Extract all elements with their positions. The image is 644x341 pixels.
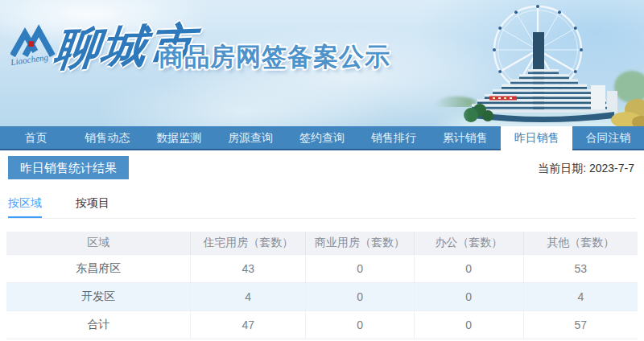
cell-office: 0 bbox=[414, 282, 523, 310]
cell-region: 合计 bbox=[6, 310, 191, 339]
nav-item-data-monitoring[interactable]: 数据监测 bbox=[143, 126, 215, 150]
cell-other: 57 bbox=[523, 310, 638, 339]
cell-office: 0 bbox=[414, 254, 523, 282]
header-office: 办公（套数） bbox=[414, 232, 523, 254]
cell-commercial: 0 bbox=[306, 310, 415, 339]
table-row-dongchangfu: 东昌府区 43 0 0 53 bbox=[6, 254, 638, 282]
sales-stats-table: 区域 住宅用房（套数） 商业用房（套数） 办公（套数） 其他（套数） 东昌府区 … bbox=[6, 232, 638, 339]
table-row-total: 合计 47 0 0 57 bbox=[6, 310, 638, 339]
nav-item-signing-query[interactable]: 签约查询 bbox=[287, 126, 358, 150]
site-banner: Liaocheng 聊城市 商品房网签备案公示 bbox=[0, 0, 644, 126]
table-row-kaifaqu: 开发区 4 0 0 4 bbox=[6, 282, 638, 310]
nav-item-home[interactable]: 首页 bbox=[0, 126, 72, 150]
header-commercial: 商业用房（套数） bbox=[306, 232, 415, 254]
banner-title: 商品房网签备案公示 bbox=[159, 40, 390, 74]
cell-residential: 47 bbox=[191, 310, 306, 339]
header-region: 区域 bbox=[6, 232, 191, 254]
cell-other: 4 bbox=[523, 282, 638, 310]
cell-commercial: 0 bbox=[306, 282, 415, 310]
cell-residential: 4 bbox=[191, 282, 306, 310]
nav-item-sales-ranking[interactable]: 销售排行 bbox=[357, 126, 429, 150]
header-other: 其他（套数） bbox=[523, 232, 638, 254]
view-tabs: 按区域 按项目 bbox=[8, 190, 636, 219]
liaocheng-logo-icon: Liaocheng bbox=[10, 22, 59, 72]
ferris-wheel-building-illustration bbox=[433, 0, 644, 126]
tab-by-region[interactable]: 按区域 bbox=[8, 190, 42, 218]
current-date-label: 当前日期: 2023-7-7 bbox=[538, 162, 634, 176]
nav-item-housing-query[interactable]: 房源查询 bbox=[215, 126, 287, 150]
tab-by-project[interactable]: 按项目 bbox=[76, 190, 109, 218]
cell-other: 53 bbox=[523, 254, 638, 282]
cell-region: 东昌府区 bbox=[6, 254, 191, 282]
main-content: 昨日销售统计结果 当前日期: 2023-7-7 按区域 按项目 区域 住宅用房（… bbox=[0, 150, 644, 339]
section-title-badge: 昨日销售统计结果 bbox=[8, 156, 129, 179]
nav-item-contract-cancellation[interactable]: 合同注销 bbox=[572, 126, 644, 150]
nav-item-cumulative-sales[interactable]: 累计销售 bbox=[429, 126, 501, 150]
header-residential: 住宅用房（套数） bbox=[191, 232, 306, 254]
cell-region: 开发区 bbox=[6, 282, 191, 310]
cell-commercial: 0 bbox=[306, 254, 415, 282]
nav-item-yesterday-sales[interactable]: 昨日销售 bbox=[501, 126, 572, 150]
content-header: 昨日销售统计结果 当前日期: 2023-7-7 bbox=[6, 156, 638, 180]
main-nav: 首页 销售动态 数据监测 房源查询 签约查询 销售排行 累计销售 昨日销售 合同… bbox=[0, 126, 644, 150]
cell-office: 0 bbox=[414, 310, 523, 339]
cell-residential: 43 bbox=[191, 254, 306, 282]
nav-item-sales-dynamics[interactable]: 销售动态 bbox=[72, 126, 143, 150]
table-header-row: 区域 住宅用房（套数） 商业用房（套数） 办公（套数） 其他（套数） bbox=[6, 232, 638, 254]
